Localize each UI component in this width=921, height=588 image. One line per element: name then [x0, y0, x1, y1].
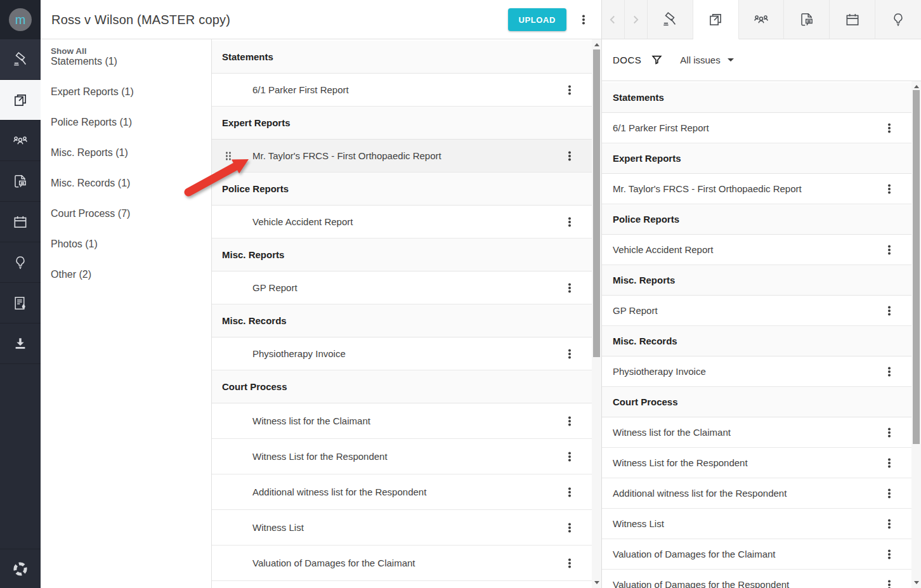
row-menu-button[interactable] [888, 492, 891, 495]
document-row[interactable]: Vehicle Accident Report [212, 206, 592, 238]
document-row[interactable]: 6/1 Parker First Report [212, 74, 592, 107]
tab-documents[interactable] [693, 0, 739, 39]
logo-avatar: m [9, 8, 32, 31]
category-statements[interactable]: Statements (1) [41, 46, 211, 77]
section-header: Misc. Records [602, 326, 911, 356]
tab-people[interactable] [739, 0, 785, 39]
scrollbar-down-arrow[interactable] [594, 581, 599, 584]
row-menu-button[interactable] [888, 249, 891, 251]
row-menu-button[interactable] [888, 462, 891, 464]
document-row[interactable]: GP Report [602, 296, 911, 326]
category-police-reports[interactable]: Police Reports (1) [41, 107, 211, 138]
document-title: Valuation of Damages for the Claimant [613, 549, 776, 559]
row-menu-button[interactable] [568, 562, 571, 565]
category-other[interactable]: Other (2) [41, 259, 211, 290]
tab-forward [625, 0, 648, 39]
row-menu-button[interactable] [888, 188, 891, 190]
row-menu-button[interactable] [568, 89, 571, 91]
document-row[interactable]: Additional witness list for the Responde… [212, 474, 592, 510]
document-row[interactable]: Additional witness list for the Responde… [602, 478, 911, 509]
document-row[interactable]: Vehicle Accident Report [602, 235, 911, 265]
people-icon [753, 11, 769, 28]
category-expert-reports[interactable]: Expert Reports (1) [41, 77, 211, 107]
sidebar-item-annotations[interactable] [0, 161, 41, 202]
tab-hearings[interactable] [648, 0, 693, 39]
sidebar-item-help[interactable] [0, 549, 41, 588]
categories-panel: Statements (1)Expert Reports (1)Police R… [41, 39, 211, 588]
document-row[interactable]: GP Report [212, 271, 592, 304]
row-menu-button[interactable] [568, 155, 571, 157]
row-menu-button[interactable] [568, 455, 571, 458]
gavel-icon [12, 51, 29, 68]
row-menu-button[interactable] [888, 310, 891, 312]
documents-scrollbar[interactable] [592, 39, 601, 588]
row-menu-button[interactable] [888, 370, 891, 373]
category-photos[interactable]: Photos (1) [41, 229, 211, 259]
scrollbar-up-arrow[interactable] [594, 43, 599, 46]
document-row[interactable]: Mr. Taylor's FRCS - First Orthopaedic Re… [212, 140, 592, 173]
tab-annotations[interactable] [784, 0, 830, 39]
gavel-icon [662, 11, 678, 28]
category-court-process[interactable]: Court Process (7) [41, 199, 211, 229]
document-row[interactable]: Witness List for the Respondent [602, 448, 911, 478]
app-logo[interactable]: m [0, 0, 41, 39]
section-header: Police Reports [602, 204, 911, 235]
section-header: Expert Reports [602, 143, 911, 174]
chevron-down-icon [728, 58, 734, 62]
row-menu-button[interactable] [888, 127, 891, 129]
drag-handle[interactable] [225, 151, 232, 160]
filter-icon[interactable] [651, 54, 663, 66]
document-row[interactable]: Mr. Taylor's FRCS - First Orthopaedic Re… [602, 174, 911, 204]
category-misc-records[interactable]: Misc. Records (1) [41, 168, 211, 199]
document-row[interactable]: 6/1 Parker First Report [602, 113, 911, 143]
sidebar-item-people[interactable] [0, 121, 41, 161]
document-row[interactable]: Valuation of Damages for the Claimant [212, 546, 592, 581]
download-icon [12, 336, 29, 352]
document-row[interactable]: Valuation of Damages for the Claimant [602, 539, 911, 570]
tab-calendar[interactable] [830, 0, 875, 39]
scrollbar-down-arrow[interactable] [914, 581, 919, 584]
document-section: Expert ReportsMr. Taylor's FRCS - First … [602, 143, 911, 204]
header-menu-button[interactable] [582, 18, 585, 21]
row-menu-button[interactable] [888, 553, 891, 556]
document-title: 6/1 Parker First Report [613, 122, 709, 133]
row-menu-button[interactable] [888, 584, 891, 586]
tab-facts[interactable] [875, 0, 921, 39]
upload-button[interactable]: UPLOAD [508, 8, 567, 31]
document-row[interactable]: Witness List for the Respondent [212, 439, 592, 474]
document-row[interactable]: Valuation of Damages for the Respondent [602, 570, 911, 588]
document-row[interactable]: Physiotherapy Invoice [602, 356, 911, 387]
sidebar-item-facts[interactable] [0, 242, 41, 283]
workspace-scrollbar[interactable] [911, 81, 921, 588]
document-comment-icon [12, 173, 29, 190]
docs-label: DOCS [613, 55, 641, 65]
sidebar-item-hearings[interactable] [0, 39, 41, 80]
document-title: Witness list for the Claimant [252, 415, 370, 426]
sidebar-item-calendar[interactable] [0, 202, 41, 242]
row-menu-button[interactable] [888, 431, 891, 434]
row-menu-button[interactable] [888, 523, 891, 525]
sidebar-item-documents[interactable] [0, 80, 41, 121]
document-row[interactable]: Witness list for the Claimant [602, 417, 911, 448]
document-title: Additional witness list for the Responde… [252, 487, 426, 497]
document-section: Misc. ReportsGP Report [602, 265, 911, 326]
row-menu-button[interactable] [568, 491, 571, 493]
row-menu-button[interactable] [568, 526, 571, 529]
scrollbar-thumb[interactable] [593, 49, 600, 357]
row-menu-button[interactable] [568, 287, 571, 289]
category-misc-reports[interactable]: Misc. Reports (1) [41, 138, 211, 168]
issues-filter-value: All issues [680, 55, 720, 65]
sidebar-item-drafting[interactable] [0, 283, 41, 323]
scrollbar-thumb[interactable] [913, 90, 920, 444]
row-menu-button[interactable] [568, 353, 571, 355]
row-menu-button[interactable] [568, 221, 571, 223]
sidebar-item-downloads[interactable] [0, 323, 41, 364]
document-row[interactable]: Witness List [212, 510, 592, 546]
document-row[interactable]: Witness list for the Claimant [212, 403, 592, 439]
issues-filter-dropdown[interactable]: All issues [680, 55, 733, 65]
document-row[interactable]: Physiotherapy Invoice [212, 337, 592, 370]
row-menu-button[interactable] [568, 420, 571, 422]
document-row[interactable]: Witness List [602, 509, 911, 539]
scrollbar-up-arrow[interactable] [914, 85, 919, 88]
document-title: GP Report [252, 282, 297, 293]
